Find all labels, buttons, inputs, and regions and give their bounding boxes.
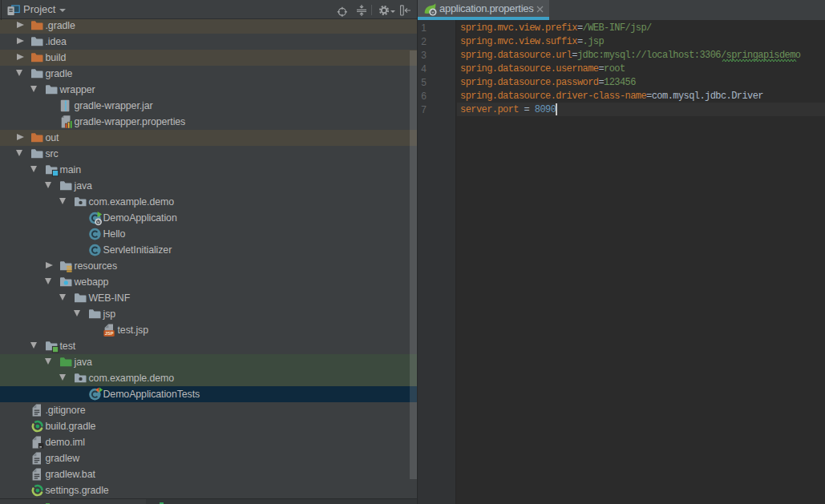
- svg-text:JSP: JSP: [105, 331, 114, 336]
